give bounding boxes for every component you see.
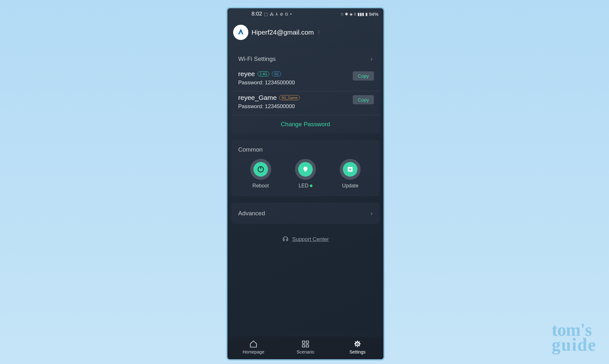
change-password-link[interactable]: Change Password xyxy=(231,115,380,133)
avatar xyxy=(233,25,248,40)
wifi-ssid: reyee xyxy=(238,70,255,78)
reboot-label: Reboot xyxy=(252,183,269,189)
advanced-label: Advanced xyxy=(238,210,265,217)
copy-button[interactable]: Copy xyxy=(353,95,374,104)
nav-scenario-label: Scenario xyxy=(297,349,314,354)
badge-5g-game: 5G_Game xyxy=(279,95,300,100)
wifi-settings-card: Wi-Fi Settings › reyee 2.4G 5G Password:… xyxy=(231,49,380,133)
update-label: Update xyxy=(342,183,359,189)
account-email: Hiperf24@gmail.com xyxy=(252,29,314,36)
common-title: Common xyxy=(238,146,373,153)
app-screen: 8:02 ⬚ ⁂ λ ⊘ G • ⎍ ✱ ◈ ⩉ ▮▮▮ ▮ 94% xyxy=(227,8,383,359)
status-google-icon: G xyxy=(285,12,288,16)
bluetooth-icon: ✱ xyxy=(345,12,348,16)
wifi-network-item: reyee 2.4G 5G Password: 1234500000 Copy xyxy=(231,68,380,91)
status-lambda-icon: λ xyxy=(276,12,278,16)
led-label: LED xyxy=(298,183,308,189)
phone-frame: 8:02 ⬚ ⁂ λ ⊘ G • ⎍ ✱ ◈ ⩉ ▮▮▮ ▮ 94% xyxy=(226,7,385,361)
avatar-logo-icon xyxy=(236,28,246,37)
nav-homepage[interactable]: Homepage xyxy=(227,335,279,359)
watermark: tom's guide xyxy=(552,322,596,353)
status-misc-icon: ⬚ xyxy=(264,12,268,16)
watermark-line2: guide xyxy=(552,337,596,353)
svg-rect-6 xyxy=(306,341,309,343)
advanced-row[interactable]: Advanced › xyxy=(231,203,380,224)
upload-icon xyxy=(346,165,354,173)
nfc-icon: ⎍ xyxy=(341,12,344,16)
home-icon xyxy=(249,340,258,348)
support-center-label: Support Center xyxy=(292,236,329,243)
wifi-password-label: Password: 1234500000 xyxy=(238,80,373,86)
status-apps-icon: ⁂ xyxy=(270,12,274,16)
svg-rect-7 xyxy=(302,345,305,347)
account-row[interactable]: Hiperf24@gmail.com 〉 xyxy=(227,18,383,46)
wifi-icon: ◈ xyxy=(350,12,353,16)
wifi-settings-header[interactable]: Wi-Fi Settings › xyxy=(231,49,380,68)
common-card: Common Reboot xyxy=(231,140,380,196)
status-dot-icon xyxy=(310,185,312,187)
nav-settings-label: Settings xyxy=(350,349,366,354)
headset-icon xyxy=(282,235,289,244)
svg-rect-5 xyxy=(302,341,305,343)
reboot-button[interactable]: Reboot xyxy=(250,159,271,189)
wifi-ssid: reyee_Game xyxy=(238,94,277,101)
chevron-right-icon: › xyxy=(370,55,373,62)
chevron-right-icon: › xyxy=(370,210,373,217)
nav-homepage-label: Homepage xyxy=(243,349,265,354)
status-clock-icon: ⊘ xyxy=(280,12,283,16)
support-center-link[interactable]: Support Center xyxy=(227,235,383,244)
badge-5g: 5G xyxy=(272,71,281,76)
wifi-network-item: reyee_Game 5G_Game Password: 1234500000 … xyxy=(231,91,380,115)
svg-rect-3 xyxy=(304,170,307,171)
status-bar: 8:02 ⬚ ⁂ λ ⊘ G • ⎍ ✱ ◈ ⩉ ▮▮▮ ▮ 94% xyxy=(227,8,383,18)
bulb-icon xyxy=(301,165,310,173)
nav-settings[interactable]: Settings xyxy=(331,335,383,359)
update-button[interactable]: Update xyxy=(340,159,361,189)
status-time: 8:02 xyxy=(252,11,262,17)
bottom-nav: Homepage Scenario xyxy=(227,335,383,359)
copy-button[interactable]: Copy xyxy=(353,71,374,81)
svg-point-2 xyxy=(303,166,307,171)
led-button[interactable]: LED xyxy=(295,159,316,189)
power-icon xyxy=(257,165,265,173)
signal-icon: ▮▮▮ xyxy=(357,12,364,16)
nav-scenario[interactable]: Scenario xyxy=(279,335,331,359)
battery-icon: ▮ xyxy=(365,12,368,16)
gear-icon xyxy=(353,340,362,348)
wifi-settings-title: Wi-Fi Settings xyxy=(238,55,276,62)
grid-icon xyxy=(301,340,310,348)
status-dot-icon: • xyxy=(290,12,292,16)
vowifi-icon: ⩉ xyxy=(354,12,356,16)
wifi-password-label: Password: 1234500000 xyxy=(238,103,373,110)
battery-percent: 94% xyxy=(369,11,378,17)
svg-rect-8 xyxy=(306,345,309,347)
chevron-right-icon: 〉 xyxy=(318,29,323,36)
badge-24g: 2.4G xyxy=(258,71,270,76)
